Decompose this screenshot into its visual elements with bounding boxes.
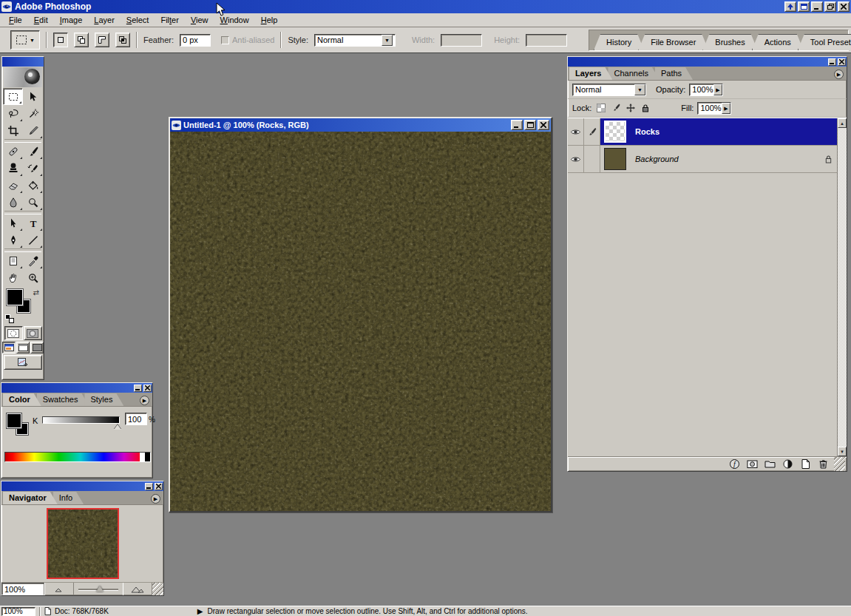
tool-lasso[interactable] — [3, 105, 23, 122]
scroll-down-icon[interactable]: ▼ — [838, 447, 847, 456]
layer-thumbnail-transparent[interactable] — [604, 121, 626, 143]
lock-image-icon[interactable] — [610, 103, 621, 114]
layer-row-rocks[interactable]: Rocks — [568, 118, 837, 146]
tab-navigator[interactable]: Navigator — [3, 492, 58, 504]
stepper-arrow-icon[interactable]: ▶ — [722, 103, 731, 114]
doc-maximize-button[interactable] — [524, 120, 536, 130]
fullscreen-button[interactable] — [30, 342, 44, 353]
scrollbar[interactable]: ▲ ▼ — [837, 118, 847, 456]
layer-thumbnail-background[interactable] — [604, 148, 626, 170]
color-spectrum-ramp[interactable] — [4, 452, 151, 462]
lock-all-icon[interactable] — [640, 103, 651, 114]
toolbox-titlebar[interactable] — [2, 57, 44, 67]
tool-paint-bucket[interactable] — [23, 177, 43, 194]
opacity-input[interactable]: 100% ▶ — [689, 84, 723, 96]
tab-channels[interactable]: Channels — [608, 67, 659, 80]
zoom-in-icon[interactable] — [123, 583, 152, 595]
menu-window[interactable]: Window — [214, 13, 255, 27]
zoom-out-icon[interactable] — [44, 583, 74, 595]
tool-hand[interactable] — [3, 269, 23, 286]
doc-minimize-button[interactable] — [511, 120, 523, 130]
new-layer-set-icon[interactable] — [763, 458, 776, 470]
navigator-view-box[interactable] — [47, 508, 119, 579]
palette-menu-icon[interactable]: ▶ — [140, 396, 149, 405]
selection-mode-intersect-button[interactable] — [115, 33, 130, 47]
menu-edit[interactable]: Edit — [28, 13, 54, 27]
menu-view[interactable]: View — [185, 13, 214, 27]
photoshop-logo[interactable] — [4, 67, 42, 87]
tool-brush[interactable] — [23, 143, 43, 160]
tab-layers[interactable]: Layers — [569, 67, 612, 80]
selection-mode-add-button[interactable] — [74, 33, 89, 47]
stepper-arrow-icon[interactable]: ▶ — [713, 84, 723, 95]
status-zoom-input[interactable] — [1, 607, 35, 616]
tool-path-selection[interactable] — [3, 214, 23, 231]
tool-clone-stamp[interactable] — [3, 160, 23, 177]
standard-mode-button[interactable] — [4, 326, 23, 340]
tab-color[interactable]: Color — [3, 393, 41, 406]
tool-history-brush[interactable] — [23, 160, 43, 177]
fill-input[interactable]: 100% ▶ — [697, 102, 731, 115]
tool-rectangular-marquee[interactable] — [3, 88, 23, 105]
antialiased-checkbox-group[interactable]: Anti-aliased — [221, 35, 274, 44]
close-icon[interactable] — [838, 58, 846, 66]
navigator-titlebar[interactable] — [1, 481, 163, 491]
palette-well-tab-tool-presets[interactable]: Tool Presets — [798, 34, 851, 50]
visibility-eye-icon[interactable] — [568, 146, 584, 172]
tab-styles[interactable]: Styles — [84, 393, 123, 406]
foreground-color-swatch[interactable] — [7, 413, 21, 428]
menu-image[interactable]: Image — [54, 13, 89, 27]
palette-well-tab-actions[interactable]: Actions — [752, 34, 804, 50]
palette-well-tab-history[interactable]: History — [594, 34, 644, 50]
titlebar-util-up-icon[interactable] — [784, 1, 796, 12]
minimize-button[interactable] — [811, 1, 823, 12]
selection-mode-new-button[interactable] — [53, 33, 68, 47]
style-dropdown[interactable]: Normal ▼ — [314, 34, 396, 47]
adjustment-layer-icon[interactable] — [781, 458, 794, 470]
link-cell-empty[interactable] — [584, 146, 600, 172]
style-dropdown-arrow-icon[interactable]: ▼ — [382, 35, 393, 46]
default-colors-icon[interactable] — [5, 314, 14, 323]
tool-eraser[interactable] — [3, 177, 23, 194]
delete-layer-trash-icon[interactable] — [816, 458, 830, 470]
lock-transparency-icon[interactable] — [595, 103, 606, 114]
tool-eyedropper[interactable] — [23, 252, 43, 269]
jump-to-imageready-button[interactable] — [4, 355, 42, 370]
antialiased-checkbox[interactable] — [221, 36, 229, 44]
tool-type[interactable]: T — [23, 214, 43, 231]
navigator-zoom-slider[interactable] — [74, 583, 123, 595]
fullscreen-with-menu-button[interactable] — [16, 342, 30, 353]
palette-well-tab-brushes[interactable]: Brushes — [702, 34, 757, 50]
palette-menu-icon[interactable]: ▶ — [151, 494, 160, 504]
blend-mode-dropdown[interactable]: Normal ▼ — [572, 84, 646, 96]
layer-name[interactable]: Rocks — [630, 118, 837, 145]
tool-move[interactable] — [23, 88, 43, 105]
navigator-zoom-input[interactable] — [1, 583, 44, 595]
restore-button[interactable] — [824, 1, 836, 12]
foreground-color-swatch[interactable] — [7, 289, 23, 305]
tab-info[interactable]: Info — [53, 492, 84, 504]
tab-swatches[interactable]: Swatches — [37, 393, 89, 406]
scroll-up-icon[interactable]: ▲ — [838, 118, 847, 128]
layer-style-icon[interactable]: f — [728, 458, 741, 470]
layers-titlebar[interactable] — [568, 57, 847, 67]
standard-screen-mode-button[interactable] — [2, 342, 16, 353]
menu-help[interactable]: Help — [255, 13, 284, 27]
feather-input[interactable] — [180, 34, 211, 47]
palette-well-tab-file-browser[interactable]: File Browser — [638, 34, 708, 50]
tool-zoom[interactable] — [23, 269, 43, 286]
tool-healing-brush[interactable] — [3, 143, 23, 160]
resize-grip[interactable] — [152, 583, 163, 595]
lock-position-icon[interactable] — [625, 103, 636, 114]
add-layer-mask-icon[interactable] — [745, 458, 759, 470]
slider-thumb[interactable] — [96, 586, 104, 592]
close-icon[interactable] — [143, 385, 152, 392]
document-titlebar[interactable]: Untitled-1 @ 100% (Rocks, RGB) — [170, 118, 551, 132]
tool-line[interactable] — [23, 231, 43, 248]
tool-notes[interactable] — [3, 252, 23, 269]
doc-close-button[interactable] — [538, 120, 549, 130]
layer-row-background[interactable]: Background — [568, 146, 837, 173]
k-slider-thumb[interactable] — [114, 424, 121, 430]
selection-mode-subtract-button[interactable] — [95, 33, 109, 47]
k-slider[interactable] — [42, 416, 120, 424]
